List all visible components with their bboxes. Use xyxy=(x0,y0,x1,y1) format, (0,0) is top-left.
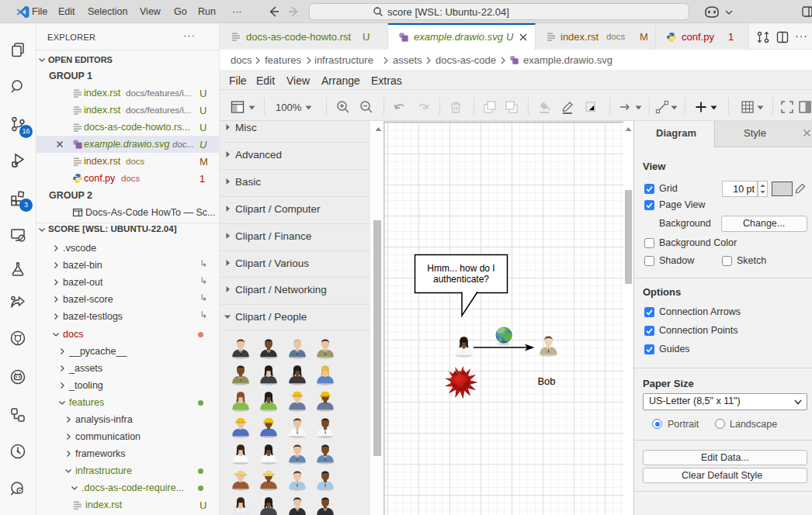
svg-text:authenticate?: authenticate? xyxy=(433,274,489,285)
svg-text:Bob: Bob xyxy=(537,375,555,387)
svg-text:Hmm... how do I: Hmm... how do I xyxy=(427,263,494,274)
